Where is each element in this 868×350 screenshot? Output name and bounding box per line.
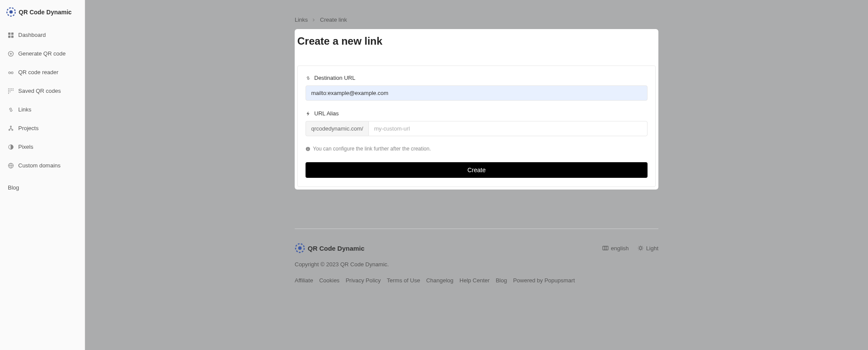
svg-rect-35 bbox=[602, 246, 608, 250]
theme-label: Light bbox=[646, 245, 658, 252]
footer: QR Code Dynamic english Light bbox=[288, 229, 665, 284]
footer-link-affiliate[interactable]: Affiliate bbox=[295, 277, 313, 284]
sidebar-item-label: Generate QR code bbox=[18, 50, 66, 57]
url-alias-group: URL Alias qrcodedynamic.com/ bbox=[306, 110, 648, 136]
info-circle-icon bbox=[306, 147, 310, 151]
url-alias-label: URL Alias bbox=[306, 110, 648, 117]
sidebar-item-label: Saved QR codes bbox=[18, 88, 61, 94]
sidebar-item-generate-qr[interactable]: Generate QR code bbox=[0, 44, 85, 63]
sidebar-item-label: Dashboard bbox=[18, 32, 46, 38]
sidebar-nav: Dashboard Generate QR code QR code reade… bbox=[0, 24, 85, 177]
destination-url-group: Destination URL bbox=[306, 75, 648, 101]
svg-point-32 bbox=[308, 147, 308, 148]
link-icon bbox=[306, 75, 311, 81]
bolt-icon bbox=[306, 111, 311, 116]
svg-rect-19 bbox=[13, 90, 13, 91]
svg-point-34 bbox=[298, 246, 302, 250]
svg-point-24 bbox=[9, 129, 10, 131]
main-content: Links Create link Create a new link bbox=[85, 0, 868, 350]
page-title: Create a new link bbox=[297, 35, 656, 47]
svg-rect-14 bbox=[8, 90, 9, 91]
footer-brand-logo[interactable]: QR Code Dynamic bbox=[295, 243, 365, 253]
url-alias-input-group: qrcodedynamic.com/ bbox=[306, 121, 648, 136]
svg-rect-31 bbox=[308, 148, 308, 150]
sidebar-item-pixels[interactable]: Pixels bbox=[0, 137, 85, 156]
svg-rect-21 bbox=[8, 93, 9, 94]
branch-icon bbox=[8, 125, 14, 131]
destination-url-label: Destination URL bbox=[306, 75, 648, 81]
brand-logo-icon bbox=[6, 7, 16, 17]
svg-line-46 bbox=[642, 246, 642, 247]
form-card: Create a new link Destination URL bbox=[295, 29, 658, 190]
svg-point-1 bbox=[10, 10, 13, 14]
language-label: english bbox=[611, 245, 629, 252]
footer-brand-text: QR Code Dynamic bbox=[308, 245, 365, 252]
footer-link-powered[interactable]: Powered by Popupsmart bbox=[513, 277, 575, 284]
sidebar: QR Code Dynamic Dashboard Generate QR co… bbox=[0, 0, 85, 350]
info-text: You can configure the link further after… bbox=[306, 146, 648, 152]
svg-rect-18 bbox=[11, 90, 12, 91]
sidebar-item-label: Projects bbox=[18, 125, 39, 131]
sidebar-item-qr-reader[interactable]: QR code reader bbox=[0, 63, 85, 82]
create-button[interactable]: Create bbox=[306, 162, 648, 178]
sun-icon bbox=[638, 245, 644, 251]
footer-link-changelog[interactable]: Changelog bbox=[426, 277, 454, 284]
contrast-icon bbox=[8, 144, 14, 150]
svg-rect-3 bbox=[11, 32, 13, 34]
sidebar-item-custom-domains[interactable]: Custom domains bbox=[0, 156, 85, 175]
chevron-right-icon bbox=[312, 18, 316, 22]
sidebar-blog-link[interactable]: Blog bbox=[0, 178, 85, 197]
footer-link-terms[interactable]: Terms of Use bbox=[387, 277, 420, 284]
svg-point-38 bbox=[639, 247, 642, 249]
svg-line-45 bbox=[639, 249, 639, 250]
link-icon bbox=[8, 107, 14, 113]
url-alias-label-text: URL Alias bbox=[314, 110, 339, 117]
theme-selector[interactable]: Light bbox=[638, 245, 658, 252]
breadcrumb-current: Create link bbox=[320, 16, 347, 23]
svg-point-9 bbox=[9, 72, 10, 73]
footer-link-privacy[interactable]: Privacy Policy bbox=[345, 277, 381, 284]
footer-link-help[interactable]: Help Center bbox=[460, 277, 490, 284]
sidebar-item-label: Links bbox=[18, 106, 31, 113]
sidebar-item-projects[interactable]: Projects bbox=[0, 119, 85, 137]
sidebar-item-label: Custom domains bbox=[18, 162, 61, 169]
svg-rect-22 bbox=[10, 91, 10, 92]
url-alias-prefix: qrcodedynamic.com/ bbox=[306, 121, 368, 136]
svg-rect-17 bbox=[13, 88, 13, 89]
footer-link-blog[interactable]: Blog bbox=[496, 277, 507, 284]
svg-rect-12 bbox=[8, 88, 9, 89]
qr-icon bbox=[8, 88, 14, 94]
footer-divider bbox=[295, 229, 658, 229]
footer-links: Affiliate Cookies Privacy Policy Terms o… bbox=[295, 277, 658, 284]
footer-link-cookies[interactable]: Cookies bbox=[319, 277, 339, 284]
sidebar-item-label: QR code reader bbox=[18, 69, 59, 75]
sidebar-item-dashboard[interactable]: Dashboard bbox=[0, 26, 85, 44]
brand-logo-icon bbox=[295, 243, 305, 253]
breadcrumb: Links Create link bbox=[295, 16, 658, 23]
copyright-text: Copyright © 2023 QR Code Dynamic. bbox=[295, 261, 658, 268]
globe-icon bbox=[8, 163, 14, 169]
plus-circle-icon bbox=[8, 51, 14, 57]
svg-point-10 bbox=[11, 72, 13, 73]
brand-logo[interactable]: QR Code Dynamic bbox=[0, 0, 85, 24]
svg-rect-16 bbox=[11, 88, 12, 89]
svg-rect-2 bbox=[8, 32, 10, 34]
sidebar-item-label: Pixels bbox=[18, 144, 33, 150]
language-selector[interactable]: english bbox=[602, 245, 629, 252]
svg-line-43 bbox=[639, 246, 639, 247]
url-alias-input[interactable] bbox=[368, 121, 648, 136]
sidebar-item-links[interactable]: Links bbox=[0, 100, 85, 119]
svg-point-25 bbox=[12, 129, 13, 131]
destination-url-label-text: Destination URL bbox=[314, 75, 355, 81]
grid-icon bbox=[8, 32, 14, 38]
brand-logo-text: QR Code Dynamic bbox=[19, 9, 72, 16]
svg-line-44 bbox=[642, 249, 642, 250]
svg-rect-5 bbox=[11, 35, 13, 37]
breadcrumb-links[interactable]: Links bbox=[295, 16, 308, 23]
info-text-content: You can configure the link further after… bbox=[313, 146, 431, 152]
svg-rect-15 bbox=[10, 90, 10, 91]
svg-point-23 bbox=[10, 126, 12, 127]
destination-url-input[interactable] bbox=[306, 85, 648, 101]
language-icon bbox=[602, 245, 608, 251]
sidebar-item-saved-qr[interactable]: Saved QR codes bbox=[0, 82, 85, 100]
